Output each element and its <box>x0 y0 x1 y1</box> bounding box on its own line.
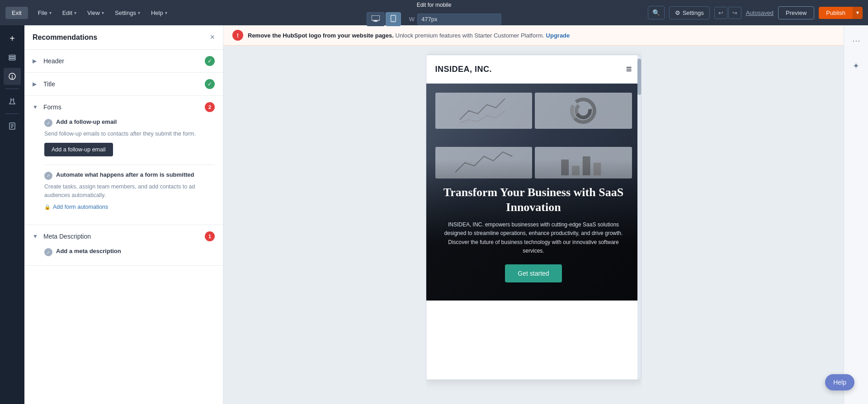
forms-section-title: Forms <box>43 103 200 111</box>
title-status-check: ✓ <box>205 79 215 89</box>
width-display: W <box>409 14 501 25</box>
title-section-header[interactable]: ▶ Title ✓ <box>24 73 223 95</box>
pages-button[interactable] <box>4 117 21 135</box>
meta-section-title: Meta Description <box>43 233 200 240</box>
add-meta-title: Add a meta description <box>56 248 121 255</box>
publish-button[interactable]: Publish <box>819 7 853 19</box>
title-section-title: Title <box>43 80 200 88</box>
forms-section-header[interactable]: ▼ Forms 2 <box>24 96 223 118</box>
add-form-automations-button[interactable]: 🔒 Add form automations <box>44 204 108 210</box>
settings-chevron-icon: ▾ <box>138 10 140 15</box>
edit-menu[interactable]: Edit ▾ <box>58 7 81 19</box>
edit-mobile-tooltip: Edit for mobile <box>412 0 456 10</box>
automate-form-desc: Create tasks, assign team members, and a… <box>44 183 215 200</box>
header-section-title: Header <box>43 57 200 65</box>
help-menu[interactable]: Help ▾ <box>146 7 172 19</box>
layers-button[interactable] <box>4 49 21 66</box>
flask-button[interactable] <box>4 93 21 110</box>
svg-rect-7 <box>9 59 15 60</box>
exit-button[interactable]: Exit <box>5 7 28 19</box>
width-input[interactable] <box>417 14 501 25</box>
follow-up-email-title: Add a follow-up email <box>56 118 117 126</box>
add-element-button[interactable]: + <box>4 30 21 47</box>
close-recommendations-button[interactable]: × <box>210 33 215 42</box>
hero-section: Transform Your Business with SaaS Innova… <box>426 84 641 301</box>
svg-rect-6 <box>9 57 15 58</box>
meta-badge: 1 <box>205 231 215 241</box>
header-section: ▶ Header ✓ <box>24 50 223 73</box>
forms-badge: 2 <box>205 102 215 112</box>
notification-text: Remove the HubSpot logo from your websit… <box>248 32 570 39</box>
svg-point-4 <box>393 20 394 21</box>
star-icon-button[interactable]: ✦ <box>848 58 864 74</box>
view-chevron-icon: ▾ <box>102 10 104 15</box>
automate-form-title: Automate what happens after a form is su… <box>56 171 194 179</box>
svg-point-10 <box>12 78 13 79</box>
grid-icon-button[interactable]: ⋯ <box>848 33 864 49</box>
header-section-header[interactable]: ▶ Header ✓ <box>24 50 223 72</box>
meta-description-section: ▼ Meta Description 1 ✓ Add a meta descri… <box>24 225 223 266</box>
forms-divider <box>44 164 215 165</box>
publish-dropdown-button[interactable]: ▾ <box>853 7 863 19</box>
forms-chevron-down-icon: ▼ <box>33 104 39 110</box>
svg-rect-1 <box>374 20 377 21</box>
upgrade-link[interactable]: Upgrade <box>546 32 570 39</box>
desktop-view-button[interactable] <box>367 12 385 26</box>
forms-expanded-body: ✓ Add a follow-up email Send follow-up e… <box>24 118 223 225</box>
notification-banner: ! Remove the HubSpot logo from your webs… <box>223 25 844 46</box>
hero-title: Transform Your Business with SaaS Innova… <box>437 185 630 216</box>
notification-icon: ! <box>232 30 243 41</box>
device-controls: Edit for mobile W <box>367 0 501 26</box>
preview-button[interactable]: Preview <box>778 6 814 19</box>
nav-right-controls: 🔍 ⚙ Settings ↩ ↪ Autosaved Preview Publi… <box>648 6 863 19</box>
view-menu[interactable]: View ▾ <box>83 7 108 19</box>
site-navigation: INSIDEA, INC. ≡ <box>426 55 641 84</box>
follow-up-email-item: ✓ Add a follow-up email Send follow-up e… <box>44 118 215 156</box>
gear-icon: ⚙ <box>675 9 680 16</box>
hamburger-icon[interactable]: ≡ <box>626 63 632 75</box>
mobile-view-button[interactable] <box>386 12 401 26</box>
recommendations-panel: Recommendations × ▶ Header ✓ ▶ Title ✓ <box>24 25 223 404</box>
frame-scrollbar-thumb <box>637 59 641 95</box>
edit-chevron-icon: ▾ <box>74 10 76 15</box>
undo-button[interactable]: ↩ <box>714 7 727 19</box>
automate-check-icon: ✓ <box>44 172 52 180</box>
svg-rect-2 <box>373 21 378 22</box>
lock-icon: 🔒 <box>44 204 51 210</box>
mobile-preview-frame: INSIDEA, INC. ≡ <box>426 55 642 380</box>
autosaved-status[interactable]: Autosaved <box>746 9 774 16</box>
help-button[interactable]: Help <box>825 374 854 390</box>
main-layout: + Recommendations × ▶ Header ✓ <box>0 25 868 404</box>
follow-up-email-desc: Send follow-up emails to contacts after … <box>44 130 215 138</box>
meta-chevron-down-icon: ▼ <box>33 233 39 240</box>
add-follow-up-email-button[interactable]: Add a follow-up email <box>44 143 113 156</box>
search-button[interactable]: 🔍 <box>648 6 665 19</box>
file-menu[interactable]: File ▾ <box>33 7 56 19</box>
file-chevron-icon: ▾ <box>49 10 52 15</box>
svg-rect-5 <box>9 55 15 56</box>
automate-form-item: ✓ Automate what happens after a form is … <box>44 171 215 211</box>
forms-section: ▼ Forms 2 ✓ Add a follow-up email Send f… <box>24 96 223 225</box>
header-chevron-right-icon: ▶ <box>33 58 39 64</box>
hero-cta-button[interactable]: Get started <box>505 264 561 282</box>
help-chevron-icon: ▾ <box>165 10 167 15</box>
recommendations-header: Recommendations × <box>24 25 223 50</box>
recommendations-button[interactable] <box>4 68 21 85</box>
title-section: ▶ Title ✓ <box>24 73 223 96</box>
meta-section-header[interactable]: ▼ Meta Description 1 <box>24 225 223 248</box>
hero-subtitle: INSIDEA, INC. empowers businesses with c… <box>437 221 630 255</box>
left-sidebar-icons: + <box>0 25 24 404</box>
recommendations-body: ▶ Header ✓ ▶ Title ✓ ▼ Forms 2 <box>24 50 223 404</box>
frame-scrollbar[interactable] <box>637 55 641 380</box>
site-logo: INSIDEA, INC. <box>435 65 492 74</box>
page-settings-button[interactable]: ⚙ Settings <box>669 6 710 19</box>
canvas-area: ! Remove the HubSpot logo from your webs… <box>223 25 844 404</box>
svg-rect-0 <box>372 15 380 20</box>
meta-check-icon: ✓ <box>44 248 52 256</box>
title-chevron-right-icon: ▶ <box>33 81 39 87</box>
settings-menu[interactable]: Settings ▾ <box>110 7 145 19</box>
redo-button[interactable]: ↪ <box>728 7 741 19</box>
right-panel: ⋯ ✦ <box>844 25 868 404</box>
hero-content: Transform Your Business with SaaS Innova… <box>426 185 641 282</box>
recommendations-title: Recommendations <box>33 33 97 42</box>
